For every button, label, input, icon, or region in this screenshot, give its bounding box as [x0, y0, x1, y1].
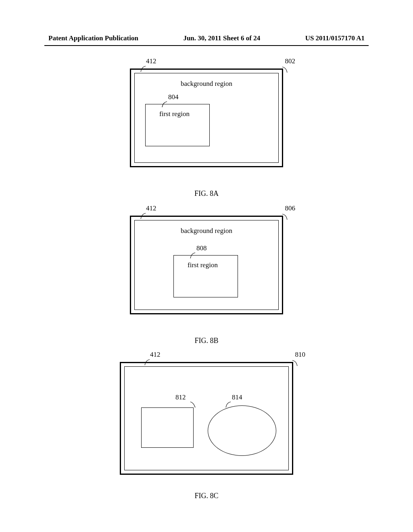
figure-8a: 412 802 background region 804 first regi… [130, 69, 283, 167]
background-region-label: background region [181, 80, 232, 88]
ref-label-804: 804 [168, 93, 179, 101]
first-region-label: first region [159, 110, 190, 118]
ref-label-814: 814 [232, 393, 242, 401]
ref-label-412: 412 [146, 204, 156, 212]
display-frame: 812 814 [120, 362, 293, 475]
first-region-label: first region [188, 261, 218, 269]
figure-8c: 412 810 812 814 [120, 362, 293, 475]
rectangle-shape [141, 407, 194, 448]
figure-caption-8b: FIG. 8B [194, 337, 218, 345]
header-date-sheet: Jun. 30, 2011 Sheet 6 of 24 [183, 34, 260, 42]
display-frame: background region 808 first region [130, 216, 283, 314]
leader-curve-icon [190, 400, 198, 408]
ref-label-802: 802 [285, 57, 296, 65]
figure-caption-8c: FIG. 8C [194, 492, 218, 500]
ref-label-412: 412 [146, 57, 156, 65]
ref-label-806: 806 [285, 204, 296, 212]
figure-caption-8a: FIG. 8A [194, 189, 219, 198]
figure-8b: 412 806 background region 808 first regi… [130, 216, 283, 314]
header-rule [44, 45, 369, 46]
header-publication: Patent Application Publication [48, 34, 138, 42]
ellipse-shape [208, 405, 276, 456]
ref-label-808: 808 [196, 244, 207, 252]
ref-label-412: 412 [150, 351, 161, 359]
display-frame: background region 804 first region [130, 69, 283, 167]
background-region-label: background region [181, 227, 232, 235]
ref-label-812: 812 [175, 393, 186, 401]
header-patent-number: US 2011/0157170 A1 [305, 34, 365, 42]
ref-label-810: 810 [295, 351, 306, 359]
page-header: Patent Application Publication Jun. 30, … [48, 34, 365, 42]
